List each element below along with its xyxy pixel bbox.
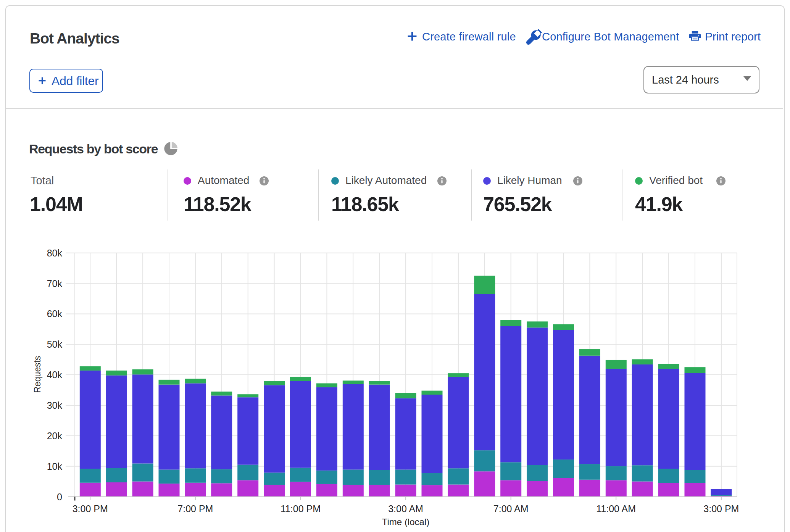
svg-text:60k: 60k [47,308,63,319]
svg-text:11:00 PM: 11:00 PM [281,503,321,514]
svg-text:Time (local): Time (local) [382,517,429,527]
svg-text:20k: 20k [47,430,63,441]
svg-text:50k: 50k [47,339,63,350]
svg-text:3:00 PM: 3:00 PM [703,503,739,514]
svg-text:70k: 70k [47,278,63,289]
svg-text:80k: 80k [47,248,63,258]
svg-text:40k: 40k [47,369,63,380]
svg-text:11:00 AM: 11:00 AM [596,503,636,514]
svg-text:3:00 PM: 3:00 PM [73,503,108,514]
svg-text:3:00 AM: 3:00 AM [388,503,423,514]
svg-text:7:00 PM: 7:00 PM [177,503,213,514]
svg-text:10k: 10k [47,461,63,472]
svg-text:7:00 AM: 7:00 AM [493,503,529,514]
svg-text:Requests: Requests [32,356,42,393]
svg-text:0: 0 [57,492,62,502]
svg-text:30k: 30k [47,400,63,411]
